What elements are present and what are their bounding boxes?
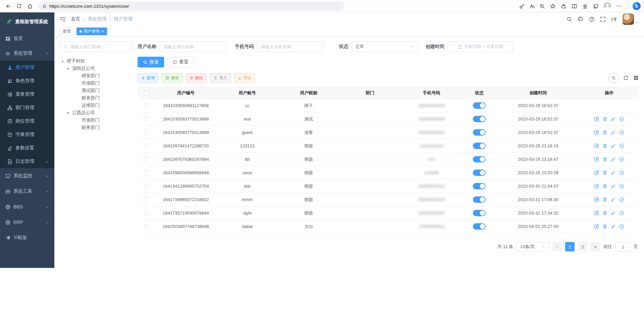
tree-node[interactable]: ▾ 市场部门 [60, 80, 133, 87]
row-edit-icon[interactable] [594, 210, 599, 216]
status-toggle[interactable] [473, 183, 486, 189]
read-aloud-icon[interactable]: A) [530, 4, 534, 9]
row-reset-password-icon[interactable] [611, 116, 616, 122]
row-reset-password-icon[interactable] [611, 157, 616, 162]
row-checkbox[interactable] [144, 157, 149, 162]
edit-button[interactable]: 修改 [162, 73, 183, 83]
import-button[interactable]: 导入 [210, 73, 231, 83]
row-checkbox[interactable] [144, 211, 149, 216]
tree-node[interactable]: ▾ 研发部门 [60, 72, 133, 80]
dept-search-input[interactable] [70, 44, 129, 49]
fullscreen-icon[interactable] [600, 16, 606, 22]
tree-node[interactable]: ▾ 运维部门 [60, 102, 133, 109]
browser-home-button[interactable] [25, 1, 35, 11]
row-reset-password-icon[interactable] [611, 197, 616, 202]
tag-user-mgmt[interactable]: 用户管理 × [77, 28, 107, 35]
sidebar-item-system[interactable]: 系统管理 [0, 46, 54, 61]
row-edit-icon[interactable] [594, 130, 599, 135]
sidebar-item-erp[interactable]: ERP [0, 215, 54, 230]
row-checkbox[interactable] [144, 224, 149, 229]
row-checkbox[interactable] [144, 171, 149, 175]
row-delete-icon[interactable] [602, 116, 607, 122]
export-button[interactable]: 导出 [234, 73, 255, 83]
row-assign-role-icon[interactable] [619, 197, 624, 202]
breadcrumb-home[interactable]: 首页 [71, 16, 80, 22]
add-button[interactable]: 新增 [138, 73, 158, 83]
tree-node[interactable]: ▾ 市场部门 [60, 116, 133, 124]
row-delete-icon[interactable] [602, 224, 607, 229]
row-edit-icon[interactable] [594, 116, 599, 122]
date-range-picker[interactable]: 开始日期 - 结束日期 [448, 41, 513, 52]
status-toggle[interactable] [473, 170, 486, 176]
row-edit-icon[interactable] [594, 143, 599, 148]
tree-node[interactable]: ▾ 财务部门 [60, 94, 133, 102]
row-delete-icon[interactable] [602, 197, 607, 202]
row-edit-icon[interactable] [594, 197, 599, 202]
browser-refresh-button[interactable] [14, 1, 24, 11]
status-toggle[interactable] [473, 102, 486, 109]
browser-back-button[interactable] [3, 1, 13, 11]
sidebar-item-bbs[interactable]: BBS [0, 199, 54, 215]
row-reset-password-icon[interactable] [611, 130, 616, 135]
row-delete-icon[interactable] [602, 130, 607, 135]
sidebar-toggle-icon[interactable] [60, 16, 66, 22]
tree-node[interactable]: ▾ 深圳总公司 [60, 65, 133, 72]
row-checkbox[interactable] [144, 144, 149, 148]
page-button-1[interactable]: 1 [565, 242, 575, 251]
tag-home[interactable]: 首页 [60, 28, 74, 35]
row-reset-password-icon[interactable] [611, 184, 616, 189]
status-toggle[interactable] [473, 196, 486, 203]
reset-button[interactable]: 重置 [167, 57, 194, 67]
status-toggle[interactable] [473, 143, 486, 149]
sidebar-item-monitor[interactable]: 系统监控 [0, 168, 54, 184]
row-checkbox[interactable] [144, 117, 149, 122]
status-toggle[interactable] [473, 223, 486, 230]
favorites-bar-icon[interactable] [582, 3, 588, 9]
status-toggle[interactable] [473, 210, 486, 216]
phone-input[interactable] [261, 44, 320, 49]
tree-node[interactable]: ▾ 橙子科技 [60, 57, 133, 65]
github-icon[interactable] [578, 16, 584, 22]
status-select[interactable]: 正常 [352, 41, 418, 52]
copilot-icon[interactable]: b [633, 2, 641, 10]
username-input[interactable] [163, 44, 222, 49]
row-checkbox[interactable] [144, 103, 149, 108]
sidebar-item-tools[interactable]: 系统工具 [0, 184, 54, 199]
sidebar-item-role-mgmt[interactable]: 角色管理 [0, 74, 54, 88]
goto-page-input[interactable] [615, 242, 630, 251]
row-edit-icon[interactable] [594, 170, 599, 175]
page-button-2[interactable]: 2 [578, 242, 587, 251]
user-avatar[interactable] [623, 13, 634, 25]
status-toggle[interactable] [473, 129, 486, 136]
tree-caret-icon[interactable]: ▾ [62, 59, 65, 63]
row-delete-icon[interactable] [602, 170, 607, 175]
split-screen-icon[interactable] [572, 3, 577, 9]
row-assign-role-icon[interactable] [619, 143, 624, 148]
toggle-search-icon[interactable] [608, 73, 618, 83]
row-assign-role-icon[interactable] [619, 184, 624, 189]
row-checkbox[interactable] [144, 184, 149, 189]
delete-button[interactable]: 删除 [186, 73, 207, 83]
row-reset-password-icon[interactable] [611, 170, 616, 175]
row-assign-role-icon[interactable] [619, 130, 624, 135]
status-toggle[interactable] [473, 116, 486, 122]
address-bar[interactable]: https://ccnetcore.com:1101/system/user [38, 2, 344, 11]
sidebar-item-params[interactable]: 参数设置 [0, 141, 54, 155]
prev-page-button[interactable]: < [552, 242, 562, 251]
page-size-select[interactable]: 10条/页 [516, 242, 549, 251]
row-assign-role-icon[interactable] [619, 170, 624, 175]
row-delete-icon[interactable] [602, 210, 607, 216]
close-icon[interactable]: × [101, 29, 104, 34]
row-assign-role-icon[interactable] [619, 116, 624, 122]
row-edit-icon[interactable] [594, 184, 599, 189]
tree-node[interactable]: ▾ 江西总公司 [60, 109, 133, 116]
browser-profile-avatar[interactable] [604, 2, 611, 10]
sidebar-item-yi-framework[interactable]: Yi框架 [0, 230, 54, 245]
sidebar-item-dept-mgmt[interactable]: 部门管理 [0, 101, 54, 114]
select-all-checkbox[interactable] [144, 91, 149, 96]
sidebar-item-post-mgmt[interactable]: 岗位管理 [0, 114, 54, 128]
zoom-out-icon[interactable] [539, 3, 545, 9]
font-size-icon[interactable]: TT [611, 16, 617, 22]
more-menu-icon[interactable]: ⋯ [616, 4, 622, 8]
row-checkbox[interactable] [144, 197, 149, 202]
